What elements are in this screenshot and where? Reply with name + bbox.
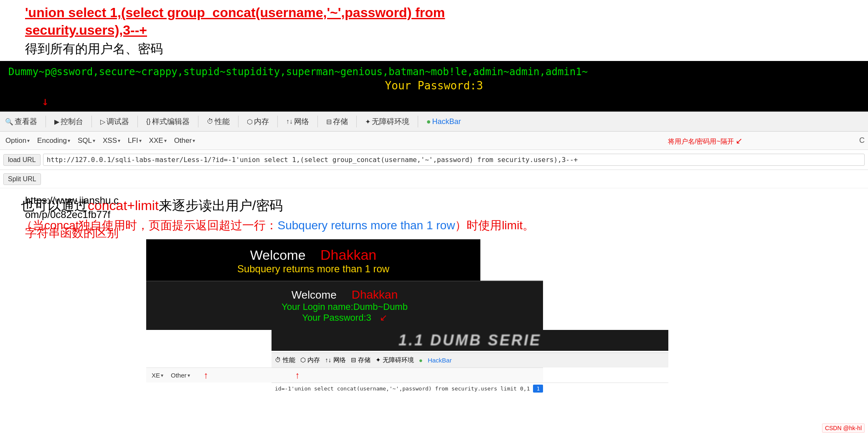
- bottom-performance[interactable]: ⏱ 性能: [275, 356, 295, 364]
- hackbar-annotation: 将用户名/密码用~隔开 ↙: [668, 135, 743, 146]
- hackbar-option-menu[interactable]: Option ▾: [3, 136, 32, 146]
- bottom-menu-row: XE ▾ Other ▾ ↑ ↑: [146, 368, 543, 383]
- storage-icon: ⊟: [326, 118, 332, 126]
- hackbar-row: Option ▾ Encoding ▾ SQL ▾ XSS ▾ LFI ▾ XX…: [0, 132, 868, 150]
- bottom-arrow-left: ↑: [204, 370, 208, 381]
- load-url-button[interactable]: load URL: [3, 154, 41, 166]
- memory-icon: ⬡: [247, 118, 253, 126]
- hackbar-sql-menu[interactable]: SQL ▾: [76, 136, 97, 146]
- bottom-url-btn[interactable]: 1: [533, 385, 543, 393]
- browser-toolbar: 🔍 查看器 ▶ 控制台 ▷ 调试器 {} 样式编辑器 ⏱ 性能 ⬡ 内存 ↑↓ …: [0, 112, 868, 132]
- viewer-icon: 🔍: [5, 118, 13, 126]
- hackbar-lfi-menu[interactable]: LFI ▾: [126, 136, 144, 146]
- sql-query: 'union select 1,(select group_concat(use…: [25, 4, 843, 39]
- bottom-xxe-dropdown: ▾: [161, 373, 163, 378]
- split-url-button[interactable]: Split URL: [3, 173, 41, 185]
- blurred-title-bar: 1.1 DUMB SERIE: [272, 330, 668, 351]
- terminal-line2: Your Password:3: [8, 79, 860, 92]
- hackbar-encoding-menu[interactable]: Encoding ▾: [35, 136, 72, 146]
- option-dropdown-arrow: ▾: [27, 138, 30, 144]
- bottom-url-bar: id=-1'union select concat(username,'~',p…: [272, 383, 668, 394]
- terminal-line1: Dummy~p@ssword,secure~crappy,stupid~stup…: [8, 66, 860, 78]
- c-button[interactable]: C: [859, 136, 865, 145]
- toolbar-accessibility[interactable]: ✦ 无障碍环境: [365, 117, 409, 127]
- hackbar-xxe-menu[interactable]: XXE ▾: [147, 136, 169, 146]
- bottom-other-menu[interactable]: Other ▾: [169, 371, 192, 380]
- bottom-hackbar-dot: ●: [419, 357, 423, 364]
- toolbar-network[interactable]: ↑↓ 网络: [286, 117, 309, 127]
- welcome-box-1: Welcome Dhakkan Subquery returns more th…: [146, 239, 480, 281]
- console-icon: ▶: [54, 118, 59, 126]
- split-url-row: Split URL: [0, 170, 868, 188]
- terminal-bar: Dummy~p@ssword,secure~crappy,stupid~stup…: [0, 61, 868, 112]
- toolbar-storage[interactable]: ⊟ 存储: [326, 117, 348, 127]
- red-arrow-down: ↓: [42, 94, 860, 108]
- bottom-storage[interactable]: ⊟ 存储: [351, 356, 371, 364]
- toolbar-console[interactable]: ▶ 控制台: [54, 117, 83, 127]
- network-icon: ↑↓: [286, 118, 293, 125]
- other-dropdown-arrow: ▾: [193, 138, 195, 144]
- bottom-browser-strip: ⏱ 性能 ⬡ 内存 ↑↓ 网络 ⊟ 存储 ✦ 无障碍环境 ● HackBar: [272, 352, 668, 368]
- sql-dropdown-arrow: ▾: [93, 138, 95, 144]
- toolbar-memory[interactable]: ⬡ 内存: [247, 117, 269, 127]
- performance-icon: ⏱: [207, 118, 213, 125]
- toolbar-debugger[interactable]: ▷ 调试器: [100, 117, 129, 127]
- toolbar-performance[interactable]: ⏱ 性能: [207, 117, 230, 127]
- bottom-accessibility[interactable]: ✦ 无障碍环境: [376, 356, 414, 364]
- welcome-box-2: Welcome Dhakkan Your Login name:Dumb~Dum…: [146, 281, 543, 330]
- top-annotation: 'union select 1,(select group_concat(use…: [0, 0, 868, 61]
- bottom-memory[interactable]: ⬡ 内存: [300, 356, 320, 364]
- lfi-dropdown-arrow: ▾: [139, 138, 142, 144]
- bottom-other-dropdown: ▾: [188, 373, 190, 378]
- toolbar-viewer[interactable]: 🔍 查看器: [5, 117, 37, 127]
- left-link: https://www.jianshu.c om/p/0c82ec1fb77f …: [25, 193, 134, 241]
- section2-subtitle: （当concat独自使用时，页面提示返回超过一行：Subquery return…: [21, 218, 847, 233]
- url-row: load URL: [0, 150, 868, 170]
- accessibility-icon: ✦: [365, 118, 371, 126]
- xss-dropdown-arrow: ▾: [118, 138, 120, 144]
- hackbar-dot-icon: ●: [426, 117, 431, 126]
- zh-desc: 得到所有的用户名、密码: [25, 41, 843, 58]
- toolbar-hackbar[interactable]: ● HackBar: [426, 117, 461, 126]
- main-content: 也可以通过concat+limit来逐步读出用户/密码 （当concat独自使用…: [0, 188, 868, 398]
- bottom-xxe-menu[interactable]: XE ▾: [150, 371, 165, 380]
- password-arrow-icon: ↙: [380, 312, 387, 323]
- style-icon: {}: [146, 118, 151, 125]
- encoding-dropdown-arrow: ▾: [68, 138, 70, 144]
- url-input[interactable]: [43, 154, 865, 166]
- bottom-hackbar[interactable]: HackBar: [428, 357, 452, 364]
- xxe-dropdown-arrow: ▾: [164, 138, 167, 144]
- hackbar-xss-menu[interactable]: XSS ▾: [101, 136, 122, 146]
- bottom-network[interactable]: ↑↓ 网络: [325, 356, 345, 364]
- toolbar-style-editor[interactable]: {} 样式编辑器: [146, 117, 190, 127]
- hackbar-other-menu[interactable]: Other ▾: [172, 136, 198, 146]
- section1-title: 也可以通过concat+limit来逐步读出用户/密码: [21, 197, 847, 215]
- debugger-icon: ▷: [100, 118, 105, 126]
- bottom-arrow-right: ↑: [295, 370, 300, 381]
- csdn-watermark: CSDN @hk-hl: [822, 423, 865, 433]
- annotation-arrow-icon: ↙: [736, 136, 743, 145]
